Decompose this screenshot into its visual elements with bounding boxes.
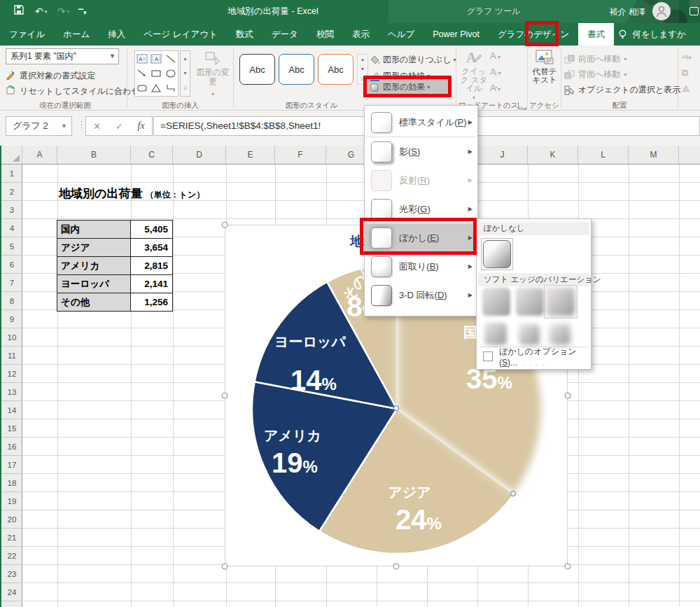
tab-表示[interactable]: 表示 [343,23,379,46]
row-header-11[interactable]: 11 [1,347,22,365]
avatar[interactable] [652,2,671,20]
row-header-12[interactable]: 12 [1,365,22,383]
menu-item-3-D 回転[interactable]: 3-D 回転(D)▶ [365,281,477,309]
row-header-7[interactable]: 7 [1,274,22,292]
tab-ページ レイアウト[interactable]: ページ レイアウト [134,23,227,46]
customize-qat-button[interactable]: ▔▾ [78,5,86,19]
soft-edge-variation-thumb-2[interactable] [516,288,544,316]
soft-edge-variation-thumb-4[interactable] [484,323,507,345]
data-point-handle[interactable] [393,405,399,411]
row-header-14[interactable]: 14 [1,401,22,419]
row-header-21[interactable]: 21 [1,529,22,547]
tell-me-box[interactable]: 何をしますか [614,23,685,46]
name-box[interactable]: グラフ 2 ▼ [6,116,72,136]
enter-icon[interactable]: ✓ [115,121,123,132]
wordart-dialog-launcher-icon[interactable] [518,102,525,109]
shape-gallery-item-4[interactable] [135,66,149,81]
menu-item-標準スタイル[interactable]: 標準スタイル(P)▶ [365,108,477,137]
text-fill-button[interactable]: A ▾ [490,50,518,65]
resize-handle[interactable] [222,393,228,399]
tab-数式[interactable]: 数式 [227,23,262,46]
resize-handle[interactable] [565,564,571,570]
tab-書式[interactable]: 書式 [578,23,614,46]
undo-button[interactable]: ↶▾ [35,5,47,18]
soft-edge-variation-thumb-1[interactable] [482,288,510,316]
row-header-1[interactable]: 1 [1,165,22,183]
column-header-E[interactable]: E [226,146,275,164]
row-header-22[interactable]: 22 [1,547,22,565]
tab-グラフのデザイン[interactable]: グラフのデザイン [489,23,578,46]
row-header-5[interactable]: 5 [1,237,22,256]
table-label-cell[interactable]: その他 [57,293,131,312]
soft-edge-variation-thumb-6[interactable] [550,324,570,345]
format-selection-button[interactable]: 選択対象の書式設定 [6,68,125,84]
text-effects-button[interactable]: A⃰ ▾ [490,83,518,97]
tab-データ[interactable]: データ [262,23,307,46]
shape-gallery-item-7[interactable] [135,81,149,96]
shape-gallery-item-8[interactable] [149,81,163,96]
bring-forward-button[interactable]: 前面へ移動▾ [564,52,676,67]
column-header-L[interactable]: L [578,146,629,164]
row-header-9[interactable]: 9 [1,310,22,328]
rotate-objects-icon[interactable]: ⟁ [682,83,700,97]
table-value-cell[interactable]: 5,405 [131,221,173,239]
row-header-24[interactable]: 24 [1,583,22,601]
column-header-C[interactable]: C [131,146,173,164]
shape-gallery-item-3[interactable] [164,51,178,66]
column-header-A[interactable]: A [22,146,57,164]
row-header-15[interactable]: 15 [1,419,22,438]
save-icon[interactable] [14,5,24,18]
column-header-B[interactable]: B [57,146,131,164]
menu-item-光彩[interactable]: 光彩(G)▶ [365,195,477,223]
table-label-cell[interactable]: アジア [57,239,131,257]
resize-handle[interactable] [565,393,571,399]
resize-handle[interactable] [222,564,228,570]
row-header-10[interactable]: 10 [1,328,22,347]
column-header-M[interactable]: M [629,146,679,164]
shape-style-thumb-1[interactable]: Abc [239,54,275,85]
menu-item-反射[interactable]: 反射(R)▶ [365,166,477,195]
row-header-19[interactable]: 19 [1,492,22,510]
insert-function-icon[interactable]: fx [138,120,145,132]
row-header-23[interactable]: 23 [1,565,22,583]
shape-gallery-item-9[interactable] [164,81,178,96]
no-soft-edge-thumb[interactable] [481,238,513,270]
shape-style-thumb-3[interactable]: Abc [318,54,354,85]
text-outline-button[interactable]: 𝔸 ▾ [490,67,518,81]
table-value-cell[interactable]: 3,654 [131,239,173,257]
shape-gallery-item-5[interactable] [149,66,163,81]
tab-校閲[interactable]: 校閲 [307,23,343,46]
shape-fill-button[interactable]: 図形の塗りつぶし▾ [370,52,452,68]
chart-element-selector[interactable]: 系列1 要素 "国内" ▼ [6,48,119,64]
shape-gallery-scrollbar[interactable]: ▲▼⍗ [180,50,190,97]
reset-to-match-style-button[interactable]: リセットしてスタイルに合わせる [6,83,130,99]
table-value-cell[interactable]: 1,256 [131,293,173,312]
redo-button[interactable]: ↷▾ [57,5,69,18]
shape-gallery-item-1[interactable]: A [135,51,149,66]
column-header-F[interactable]: F [275,146,326,164]
table-value-cell[interactable]: 2,141 [131,275,173,293]
row-header-6[interactable]: 6 [1,256,22,274]
table-label-cell[interactable]: アメリカ [57,257,131,275]
tab-ファイル[interactable]: ファイル [0,23,54,46]
menu-item-面取り[interactable]: 面取り(B)▶ [365,252,477,281]
window-controls-icon[interactable] [690,7,699,15]
soft-edge-variation-thumb-3[interactable] [547,288,575,316]
row-header-20[interactable]: 20 [1,510,22,529]
tab-ホーム[interactable]: ホーム [54,23,99,46]
row-header-3[interactable]: 3 [1,201,22,219]
row-header-18[interactable]: 18 [1,474,22,492]
tab-挿入[interactable]: 挿入 [99,23,134,46]
shape-gallery-item-2[interactable]: A [149,51,163,66]
table-value-cell[interactable]: 2,815 [131,257,173,275]
table-label-cell[interactable]: ヨーロッパ [57,275,131,293]
tab-Power Pivot[interactable]: Power Pivot [424,23,489,46]
resize-handle[interactable] [393,564,400,570]
soft-edge-variation-thumb-5[interactable] [519,324,540,345]
selection-pane-button[interactable]: オブジェクトの選択と表示 [564,83,676,97]
shape-effects-button[interactable]: 図形の効果▾ [370,79,452,95]
cancel-icon[interactable]: ✕ [93,121,101,132]
row-header-2[interactable]: 2 [1,183,22,201]
row-header-4[interactable]: 4 [1,219,22,237]
align-objects-icon[interactable]: ⫤▾ [682,51,700,65]
